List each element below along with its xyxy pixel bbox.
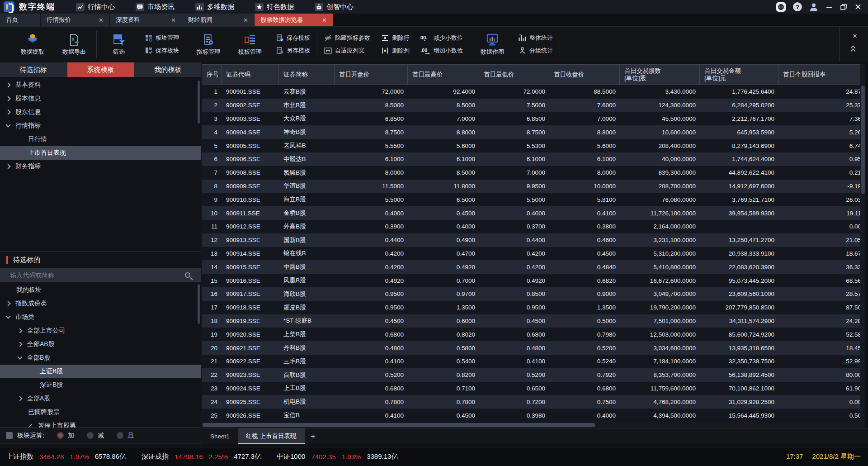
doc-tab-1[interactable]: 首页	[0, 14, 41, 26]
column-header-7[interactable]: 首日收盘价	[549, 65, 620, 85]
block-operation-checkbox[interactable]	[6, 432, 13, 439]
user-icon[interactable]	[809, 2, 818, 11]
doc-tab-2[interactable]: 行情报价✕	[41, 14, 110, 26]
table-row-23[interactable]: 23900924.SSE上工B股0.68000.71000.65000.6800…	[202, 382, 860, 395]
table-row-12[interactable]: 12900913.SSE国新B股0.44000.49000.44000.4600…	[202, 233, 860, 247]
column-header-2[interactable]: 证券代码	[222, 65, 279, 85]
panel-tab-1[interactable]: 待选指标	[0, 62, 67, 77]
column-header-5[interactable]: 首日最高价	[408, 65, 479, 85]
toolbar-button-save-doc[interactable]: 保存模板	[276, 34, 310, 42]
toolbar-button-filter[interactable]: 筛选	[98, 27, 140, 62]
table-row-20[interactable]: 20900921.SSE丹科B股0.48000.58000.48000.5200…	[202, 341, 860, 355]
column-header-8[interactable]: 首日交易股数[单位]股	[620, 65, 700, 85]
table-row-13[interactable]: 13900914.SSE锦在线B0.42000.47000.42000.4500…	[202, 247, 860, 261]
target-item-11[interactable]: 暂停上市股票	[0, 419, 201, 428]
help-icon[interactable]: ?	[793, 2, 802, 11]
doc-tab-3[interactable]: 深度资料✕	[110, 14, 182, 26]
indicator-item-3[interactable]: 股东信息	[0, 105, 201, 119]
target-item-9[interactable]: 全部A股	[0, 392, 201, 405]
indicator-item-4[interactable]: 行情指标	[0, 119, 201, 133]
toolbar-button-dec-decimal[interactable]: 00.减少小数位	[420, 34, 463, 42]
toolbar-button-indicator[interactable]: 指标管理	[188, 27, 229, 62]
table-row-24[interactable]: 24900925.SSE机电B股0.78000.78000.72000.7500…	[202, 395, 860, 409]
close-button[interactable]	[854, 3, 862, 10]
toolbar-button-hide-eye[interactable]: 隐藏指标参数	[324, 34, 370, 42]
toolbar-button-template[interactable]: 模板管理	[229, 27, 271, 62]
column-header-10[interactable]: 首日个股回报率	[778, 65, 860, 85]
operation-radio-加[interactable]: 加	[57, 432, 74, 440]
toolbar-button-group-stats[interactable]: 分组统计	[519, 47, 553, 55]
menu-item-2[interactable]: 市场资讯	[136, 3, 175, 11]
table-row-7[interactable]: 7900908.SSE氯碱B股8.00008.50007.00008.00008…	[202, 166, 860, 180]
target-item-7[interactable]: 上证B股	[0, 365, 201, 378]
search-icon[interactable]	[185, 272, 190, 278]
toolbar-button-overall-stats[interactable]: 整体统计	[519, 34, 553, 42]
target-item-2[interactable]: 指数成份类	[0, 297, 201, 310]
target-item-1[interactable]: 我的板块	[0, 283, 201, 297]
indicator-item-2[interactable]: 股本信息	[0, 92, 201, 105]
indicator-item-6[interactable]: 上市首日表现	[0, 146, 201, 160]
targets-tree-scrollbar[interactable]	[198, 284, 200, 324]
toolbar-button-del-row[interactable]: 删除行	[381, 34, 410, 42]
target-item-3[interactable]: 市场类	[0, 310, 201, 324]
toolbar-collapse-icon[interactable]	[850, 46, 856, 52]
radio-icon[interactable]	[57, 432, 64, 439]
toolbar-button-saveas-doc[interactable]: 另存模板	[276, 47, 310, 55]
table-row-10[interactable]: 10900911.SSE金桥B股0.40000.45000.40000.4100…	[202, 206, 860, 220]
indicator-item-7[interactable]: 财务指标	[0, 160, 201, 173]
panel-tab-2[interactable]: 系统模板	[67, 62, 135, 77]
tab-close-icon[interactable]: ✕	[99, 17, 104, 24]
menu-item-5[interactable]: 创智中心	[315, 3, 354, 11]
table-row-17[interactable]: 17900918.SSE耀皮B股0.95001.35000.95001.3500…	[202, 301, 860, 314]
indicator-item-1[interactable]: 基本资料	[0, 78, 201, 92]
menu-item-1[interactable]: 行情中心	[76, 3, 115, 11]
table-row-9[interactable]: 9900910.SSE海立B股5.50006.50005.50005.81007…	[202, 193, 860, 206]
table-row-14[interactable]: 14900915.SSE中路B股0.42000.49200.42000.4840…	[202, 260, 860, 274]
menu-item-4[interactable]: 特色数据	[255, 3, 294, 11]
target-item-5[interactable]: 全部AB股	[0, 338, 201, 351]
table-horizontal-scrollbar[interactable]	[202, 422, 860, 428]
table-row-3[interactable]: 3900903.SSE大众B股6.85007.00006.85007.00004…	[202, 112, 860, 126]
table-row-15[interactable]: 15900916.SSE凤凰B股0.49200.70000.49200.6820…	[202, 274, 860, 287]
column-header-4[interactable]: 首日开盘价	[335, 65, 408, 85]
panel-tab-3[interactable]: 我的模板	[134, 62, 202, 77]
toolbar-button-save-block[interactable]: 保存板块	[145, 47, 179, 55]
toolbar-close-icon[interactable]: ×	[853, 32, 857, 41]
toolbar-button-chart-btn[interactable]: 数据作图	[472, 27, 513, 62]
restore-button[interactable]	[840, 3, 847, 10]
table-vertical-scrollbar[interactable]	[860, 64, 865, 428]
doc-tab-4[interactable]: 财经新闻✕	[182, 14, 255, 26]
minimize-button[interactable]	[826, 3, 833, 10]
search-input[interactable]	[0, 271, 185, 279]
doc-tab-5[interactable]: 股票数据浏览器✕	[255, 14, 333, 26]
table-row-19[interactable]: 19900920.SSE上柴B股0.68000.80200.68000.7980…	[202, 328, 860, 341]
operation-radio-且[interactable]: 且	[117, 432, 134, 440]
operation-radio-减[interactable]: 减	[87, 432, 104, 440]
table-row-4[interactable]: 4900904.SSE神奇B股8.75008.80008.75008.80001…	[202, 125, 860, 139]
add-sheet-button[interactable]: +	[305, 428, 322, 444]
table-row-21[interactable]: 21900922.SSE三毛B股0.41000.54000.41000.5240…	[202, 355, 860, 368]
target-item-10[interactable]: 已摘牌股票	[0, 405, 201, 419]
table-row-25[interactable]: 25900926.SSE宝信B0.41000.45000.39800.40004…	[202, 409, 860, 422]
table-row-5[interactable]: 5900905.SSE老凤祥B5.55005.60005.53005.60002…	[202, 139, 860, 152]
toolbar-button-fit-width[interactable]: 自适应列宽	[324, 47, 370, 55]
target-item-6[interactable]: 全部B股	[0, 351, 201, 365]
column-header-1[interactable]: 序号	[202, 65, 222, 85]
radio-icon[interactable]	[87, 432, 94, 439]
indicator-tree-scrollbar[interactable]	[198, 81, 200, 124]
table-row-16[interactable]: 16900917.SSE海欣B股0.95000.97000.85000.9000…	[202, 287, 860, 301]
table-row-8[interactable]: 8900909.SSE华谊B股11.500011.80009.950010.00…	[202, 180, 860, 193]
table-row-22[interactable]: 22900923.SSE百联B股0.52000.82000.52000.7920…	[202, 368, 860, 382]
toolbar-button-export[interactable]: X数据导出	[53, 27, 95, 62]
tab-close-icon[interactable]: ✕	[171, 17, 176, 24]
table-row-6[interactable]: 6900906.SSE中毅达B6.10006.10006.10006.10004…	[202, 152, 860, 166]
toolbar-button-del-col[interactable]: 删除列	[381, 47, 410, 55]
toolbar-button-extract[interactable]: 数据提取	[12, 27, 53, 62]
message-icon[interactable]	[776, 2, 786, 12]
radio-icon[interactable]	[117, 432, 123, 439]
table-row-2[interactable]: 2900902.SSE市北B股8.50008.50007.50007.60001…	[202, 99, 860, 112]
target-item-8[interactable]: 深证B股	[0, 378, 201, 392]
column-header-6[interactable]: 首日最低价	[479, 65, 549, 85]
column-header-3[interactable]: 证券简称	[279, 65, 335, 85]
sheet-tab-1[interactable]: Sheet1	[202, 428, 238, 444]
